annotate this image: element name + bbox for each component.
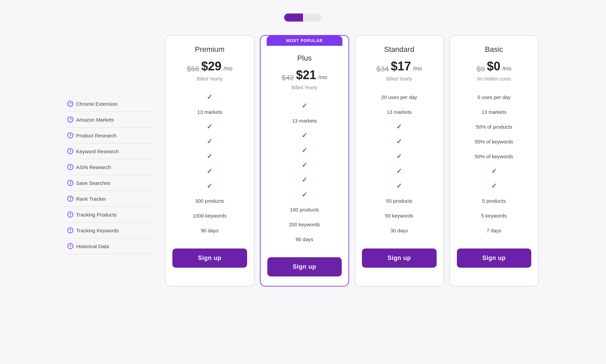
feature-row-6: ✓	[362, 178, 437, 193]
feature-row-9: 7 days	[457, 223, 532, 238]
signup-button-standard[interactable]: Sign up	[362, 249, 437, 268]
feature-row-4: ✓	[172, 149, 247, 164]
feature-row-2: ✓	[172, 119, 247, 134]
feature-row-3: ✓	[267, 143, 342, 158]
feature-label: Save Searches	[76, 180, 110, 186]
feature-row-5: ✓	[362, 164, 437, 178]
question-icon: ?	[67, 164, 73, 170]
checkmark-icon: ✓	[302, 131, 307, 139]
plan-features: 20 uses per day13 markets✓✓✓✓✓50 product…	[362, 90, 437, 238]
feature-row-8: 50 keywords	[362, 208, 437, 223]
price-new: $29	[201, 59, 222, 73]
feature-row-7: 300 products	[172, 193, 247, 208]
feature-label: Historical Data	[76, 243, 109, 249]
feature-row-7: 50 products	[362, 193, 437, 208]
plan-features: ✓13 markets✓✓✓✓✓300 products1000 keyword…	[172, 90, 247, 238]
checkmark-icon: ✓	[396, 152, 402, 160]
feature-row-8: 200 keywords	[267, 217, 342, 232]
price-period: /mo	[502, 66, 511, 72]
feature-label: Keyword Research	[76, 148, 119, 154]
signup-button-plus[interactable]: Sign up	[267, 257, 342, 276]
feature-label: Product Research	[76, 133, 116, 138]
plan-price: $42$21/mo	[282, 68, 327, 82]
feature-row-8: 1000 keywords	[172, 208, 247, 223]
feature-row-0: 20 uses per day	[362, 90, 437, 104]
feature-label: Tracking Keywords	[76, 228, 119, 233]
billing-note: Billed Yearly	[197, 76, 223, 81]
feature-row-1: 13 markets	[362, 104, 437, 119]
billing-toggle	[7, 13, 599, 22]
feature-row-3: ✓	[172, 134, 247, 149]
feature-label: Amazon Markets	[76, 117, 114, 123]
feature-sidebar-item-tracking-products: ?Tracking Products	[67, 207, 155, 223]
checkmark-icon: ✓	[207, 123, 212, 131]
plan-name: Premium	[195, 45, 225, 54]
checkmark-icon: ✓	[302, 146, 307, 154]
plan-features: 5 uses per day13 markets50% of products5…	[457, 90, 532, 238]
feature-sidebar-item-keyword-research: ?Keyword Research	[67, 143, 155, 159]
signup-button-premium[interactable]: Sign up	[172, 249, 247, 268]
feature-row-3: 50% of keywords	[457, 134, 532, 149]
checkmark-icon: ✓	[302, 161, 307, 169]
plan-card-plus: MOST POPULARPlus$42$21/moBilled Yearly✓1…	[260, 35, 349, 287]
plan-card-premium: Premium$58$29/moBilled Yearly✓13 markets…	[165, 35, 255, 287]
feature-row-9: 90 days	[267, 232, 342, 246]
feature-row-7: 100 products	[267, 202, 342, 217]
feature-sidebar-item-chrome-extension: ?Chrome Extension	[67, 96, 155, 112]
feature-row-5: ✓	[172, 164, 247, 178]
plan-card-standard: Standard$34$17/moBilled Yearly20 uses pe…	[355, 35, 444, 287]
question-icon: ?	[67, 211, 73, 218]
price-old: $58	[187, 65, 199, 73]
checkmark-icon: ✓	[491, 182, 497, 190]
plan-features: ✓13 markets✓✓✓✓✓100 products200 keywords…	[267, 98, 342, 246]
checkmark-icon: ✓	[396, 123, 402, 131]
checkmark-icon: ✓	[302, 191, 307, 199]
feature-row-9: 30 days	[362, 223, 437, 238]
pricing-wrapper: ?Chrome Extension?Amazon Markets?Product…	[67, 35, 539, 287]
monthly-toggle-button[interactable]	[303, 13, 322, 22]
plan-price: $58$29/mo	[187, 59, 232, 73]
checkmark-icon: ✓	[302, 176, 307, 184]
feature-label: Chrome Extension	[76, 101, 117, 107]
question-icon: ?	[67, 180, 73, 186]
checkmark-icon: ✓	[396, 182, 402, 190]
feature-label: ASIN Research	[76, 164, 111, 170]
checkmark-icon: ✓	[491, 167, 497, 175]
features-sidebar: ?Chrome Extension?Amazon Markets?Product…	[67, 35, 155, 254]
feature-row-5: ✓	[267, 172, 342, 187]
feature-row-0: 5 uses per day	[457, 90, 532, 104]
feature-row-3: ✓	[362, 134, 437, 149]
billing-note: Billed Yearly	[386, 76, 412, 81]
feature-sidebar-item-rank-tracker: ?Rank Tracker	[67, 191, 155, 207]
feature-row-1: 13 markets	[457, 104, 532, 119]
feature-row-6: ✓	[172, 178, 247, 193]
question-icon: ?	[67, 132, 73, 138]
plans-container: Premium$58$29/moBilled Yearly✓13 markets…	[165, 35, 539, 287]
plan-name: Plus	[297, 54, 312, 63]
billing-note: No hidden costs	[477, 76, 511, 81]
plan-price: $34$17/mo	[376, 59, 422, 73]
signup-button-basic[interactable]: Sign up	[457, 249, 532, 268]
feature-row-2: 50% of products	[457, 119, 532, 134]
price-old: $9	[477, 65, 485, 73]
yearly-toggle-button[interactable]	[284, 13, 303, 22]
checkmark-icon: ✓	[207, 152, 212, 160]
feature-row-6: ✓	[267, 187, 342, 202]
feature-row-2: ✓	[362, 119, 437, 134]
plan-card-basic: Basic$9$0/moNo hidden costs5 uses per da…	[449, 35, 539, 287]
price-new: $0	[487, 59, 500, 73]
question-icon: ?	[67, 227, 73, 233]
feature-row-6: ✓	[457, 178, 532, 193]
price-old: $34	[376, 65, 389, 73]
feature-sidebar-item-asin-research: ?ASIN Research	[67, 159, 155, 175]
feature-row-4: ✓	[267, 158, 342, 172]
checkmark-icon: ✓	[207, 137, 212, 145]
feature-sidebar-item-historical-data: ?Historical Data	[67, 238, 155, 254]
plan-name: Basic	[485, 45, 503, 54]
checkmark-icon: ✓	[207, 93, 212, 101]
price-new: $17	[391, 59, 411, 73]
feature-row-1: 13 markets	[267, 113, 342, 128]
question-icon: ?	[67, 101, 73, 107]
price-old: $42	[282, 73, 294, 82]
feature-row-0: ✓	[172, 90, 247, 104]
